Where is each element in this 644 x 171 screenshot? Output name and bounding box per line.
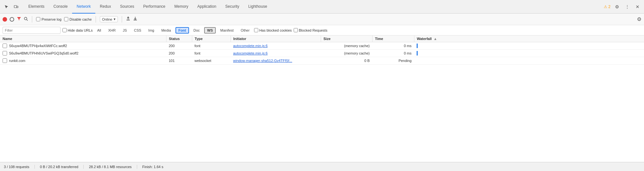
filter-icon[interactable] [17,16,21,22]
cell-status-1: 200 [166,50,192,57]
has-blocked-cookies-checkbox[interactable] [254,28,258,32]
has-blocked-cookies-label[interactable]: Has blocked cookies [254,28,292,32]
col-header-size[interactable]: Size [321,35,372,42]
import-button[interactable] [126,16,130,22]
cursor-icon[interactable] [3,3,10,11]
status-bar: 3 / 108 requests 0 B / 20.2 kB transferr… [0,162,644,171]
cell-initiator-0: autocomplete.min.js:6 [231,42,321,50]
close-icon[interactable]: ✕ [634,3,641,11]
record-button[interactable] [3,17,7,22]
filter-img[interactable]: Img [146,27,157,33]
cell-name-0: S6uyw4BMUTPHjx4wXiWtFCc.woff2 [0,42,166,50]
row-checkbox-1[interactable] [3,51,7,55]
cell-initiator-2: window-manager-sha512-Gv4TFfSf... [231,57,321,65]
col-header-status[interactable]: Status [166,35,192,42]
network-toolbar: Preserve log Disable cache Online ▾ ⚙ [0,14,644,25]
disable-cache-checkbox[interactable] [64,17,68,21]
preserve-log-checkbox[interactable] [36,17,40,21]
filter-all[interactable]: All [95,27,104,33]
requests-count: 3 / 108 requests [4,165,35,169]
cell-name-2: runkit.com [0,57,166,65]
filter-manifest[interactable]: Manifest [218,27,236,33]
col-header-name[interactable]: Name [0,35,166,42]
blocked-requests-label[interactable]: Blocked Requests [294,28,327,32]
stop-button[interactable] [10,17,14,22]
tab-console[interactable]: Console [49,0,72,14]
divider3 [122,16,122,23]
finish-time: Finish: 1.64 s [142,165,168,169]
col-header-type[interactable]: Type [192,35,231,42]
more-options-icon[interactable]: ⋮ [623,3,631,11]
throttle-select[interactable]: Online ▾ [100,16,118,22]
table-header-row: Name Status Type Initiator Size Time [0,35,644,42]
tab-sources[interactable]: Sources [116,0,139,14]
filter-input[interactable] [3,27,61,34]
cell-initiator-1: autocomplete.min.js:6 [231,50,321,57]
filter-ws[interactable]: WS [204,27,216,34]
cell-size-0: (memory cache) [321,42,372,50]
network-table-container: Name Status Type Initiator Size Time [0,35,644,65]
export-button[interactable] [133,16,137,22]
tab-performance[interactable]: Performance [139,0,170,14]
online-label: Online [102,17,112,21]
tab-lighthouse[interactable]: Lighthouse [244,0,272,14]
row-checkbox-0[interactable] [3,44,7,48]
transferred-size: 0 B / 20.2 kB transferred [40,165,84,169]
preserve-log-text: Preserve log [42,17,62,21]
disable-cache-text: Disable cache [70,17,92,21]
col-header-initiator[interactable]: Initiator [231,35,321,42]
warning-count: 2 [608,5,611,9]
filter-css[interactable]: CSS [131,27,144,33]
filter-font[interactable]: Font [175,27,189,34]
cell-waterfall-0 [414,42,644,50]
filter-other[interactable]: Other [238,27,252,33]
tab-application[interactable]: Application [193,0,221,14]
cell-waterfall-1 [414,50,644,57]
divider2 [96,16,96,23]
tab-bar: Elements Console Network Redux Sources P… [0,0,644,14]
tab-memory[interactable]: Memory [170,0,193,14]
table-row[interactable]: S6uyw4BMUTPHjx4wXiWtFCc.woff2 200 font a… [0,42,644,50]
devtools-icons [3,3,20,11]
col-header-time[interactable]: Time [372,35,414,42]
warning-badge[interactable]: ⚠ 2 [604,5,611,9]
cell-type-2: websocket [192,57,231,65]
tab-elements[interactable]: Elements [24,0,49,14]
divider [32,16,32,23]
cell-time-2: Pending [372,57,414,65]
chevron-down-icon: ▾ [114,17,116,21]
col-header-waterfall[interactable]: Waterfall ▲ [414,35,644,42]
cell-name-1: S6u9w4BMUTPHh6UVSwiPGQ3q5d0.woff2 [0,50,166,57]
table-row[interactable]: S6u9w4BMUTPHh6UVSwiPGQ3q5d0.woff2 200 fo… [0,50,644,57]
hide-data-urls-checkbox[interactable] [62,28,67,32]
tab-network[interactable]: Network [72,0,95,14]
tab-redux[interactable]: Redux [95,0,116,14]
cell-size-2: 0 B [321,57,372,65]
settings-icon[interactable]: ⚙ [613,3,621,11]
table-row[interactable]: runkit.com 101 websocket window-manager-… [0,57,644,65]
device-toggle-icon[interactable] [12,3,20,11]
cell-size-1: (memory cache) [321,50,372,57]
preserve-log-label[interactable]: Preserve log [36,17,62,21]
cell-type-1: font [192,50,231,57]
filter-js[interactable]: JS [120,27,129,33]
cell-waterfall-2 [414,57,644,65]
disable-cache-label[interactable]: Disable cache [64,17,92,21]
filter-xhr[interactable]: XHR [106,27,118,33]
hide-data-urls-label[interactable]: Hide data URLs [62,28,93,32]
blocked-requests-checkbox[interactable] [294,28,298,32]
tab-bar-right: ⚠ 2 ⚙ ⋮ ✕ [604,3,641,11]
cell-status-2: 101 [166,57,192,65]
tab-security[interactable]: Security [221,0,244,14]
search-icon[interactable] [24,17,28,22]
filter-media[interactable]: Media [159,27,174,33]
row-checkbox-2[interactable] [3,58,7,63]
filter-doc[interactable]: Doc [191,27,203,33]
warning-icon: ⚠ [604,5,607,9]
waterfall-bar-1 [417,51,418,55]
cell-time-0: 0 ms [372,42,414,50]
sort-arrow-icon: ▲ [434,37,437,41]
svg-rect-1 [17,6,18,8]
network-settings-icon[interactable]: ⚙ [637,16,641,22]
network-table: Name Status Type Initiator Size Time [0,35,644,65]
